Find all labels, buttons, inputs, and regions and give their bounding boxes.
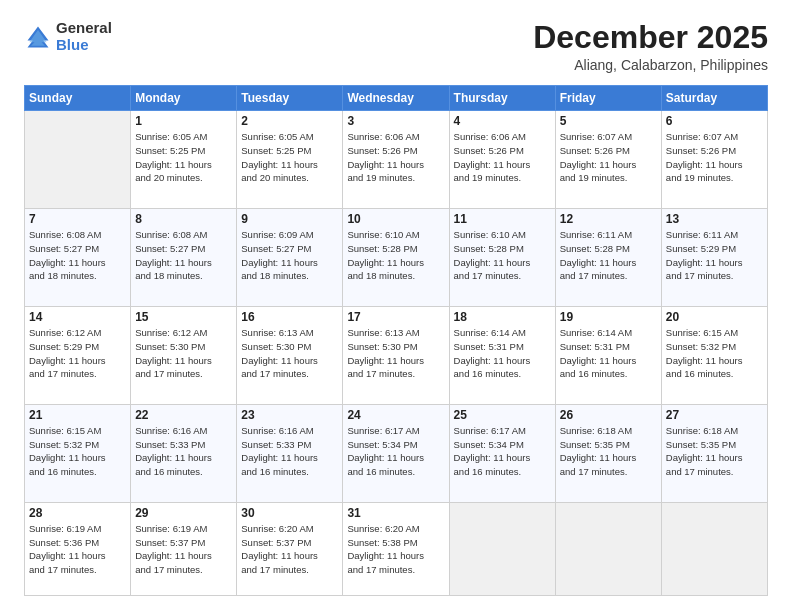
day-info: Sunrise: 6:19 AMSunset: 5:37 PMDaylight:… — [135, 522, 232, 577]
day-info: Sunrise: 6:14 AMSunset: 5:31 PMDaylight:… — [454, 326, 551, 381]
day-number: 6 — [666, 114, 763, 128]
day-info: Sunrise: 6:09 AMSunset: 5:27 PMDaylight:… — [241, 228, 338, 283]
day-number: 25 — [454, 408, 551, 422]
calendar-cell: 15Sunrise: 6:12 AMSunset: 5:30 PMDayligh… — [131, 306, 237, 404]
day-info: Sunrise: 6:06 AMSunset: 5:26 PMDaylight:… — [347, 130, 444, 185]
day-info: Sunrise: 6:19 AMSunset: 5:36 PMDaylight:… — [29, 522, 126, 577]
day-number: 19 — [560, 310, 657, 324]
weekday-header-sunday: Sunday — [25, 86, 131, 111]
day-number: 30 — [241, 506, 338, 520]
calendar-cell: 21Sunrise: 6:15 AMSunset: 5:32 PMDayligh… — [25, 404, 131, 502]
calendar-cell: 10Sunrise: 6:10 AMSunset: 5:28 PMDayligh… — [343, 209, 449, 307]
day-info: Sunrise: 6:15 AMSunset: 5:32 PMDaylight:… — [29, 424, 126, 479]
day-number: 18 — [454, 310, 551, 324]
logo-text: General Blue — [56, 20, 112, 53]
day-number: 8 — [135, 212, 232, 226]
calendar-cell: 17Sunrise: 6:13 AMSunset: 5:30 PMDayligh… — [343, 306, 449, 404]
day-number: 2 — [241, 114, 338, 128]
day-number: 1 — [135, 114, 232, 128]
calendar-cell — [449, 502, 555, 595]
day-info: Sunrise: 6:14 AMSunset: 5:31 PMDaylight:… — [560, 326, 657, 381]
day-info: Sunrise: 6:11 AMSunset: 5:29 PMDaylight:… — [666, 228, 763, 283]
calendar-cell: 13Sunrise: 6:11 AMSunset: 5:29 PMDayligh… — [661, 209, 767, 307]
calendar-cell: 6Sunrise: 6:07 AMSunset: 5:26 PMDaylight… — [661, 111, 767, 209]
calendar-table: SundayMondayTuesdayWednesdayThursdayFrid… — [24, 85, 768, 596]
calendar-week-row: 14Sunrise: 6:12 AMSunset: 5:29 PMDayligh… — [25, 306, 768, 404]
main-title: December 2025 — [533, 20, 768, 55]
day-number: 11 — [454, 212, 551, 226]
calendar-cell: 8Sunrise: 6:08 AMSunset: 5:27 PMDaylight… — [131, 209, 237, 307]
calendar-week-row: 7Sunrise: 6:08 AMSunset: 5:27 PMDaylight… — [25, 209, 768, 307]
day-number: 14 — [29, 310, 126, 324]
weekday-header-friday: Friday — [555, 86, 661, 111]
calendar-cell: 25Sunrise: 6:17 AMSunset: 5:34 PMDayligh… — [449, 404, 555, 502]
day-info: Sunrise: 6:05 AMSunset: 5:25 PMDaylight:… — [135, 130, 232, 185]
calendar-cell: 16Sunrise: 6:13 AMSunset: 5:30 PMDayligh… — [237, 306, 343, 404]
day-number: 28 — [29, 506, 126, 520]
day-info: Sunrise: 6:18 AMSunset: 5:35 PMDaylight:… — [560, 424, 657, 479]
day-number: 20 — [666, 310, 763, 324]
day-info: Sunrise: 6:07 AMSunset: 5:26 PMDaylight:… — [560, 130, 657, 185]
page: General Blue December 2025 Aliang, Calab… — [0, 0, 792, 612]
calendar-cell: 18Sunrise: 6:14 AMSunset: 5:31 PMDayligh… — [449, 306, 555, 404]
day-number: 10 — [347, 212, 444, 226]
title-block: December 2025 Aliang, Calabarzon, Philip… — [533, 20, 768, 73]
calendar-cell: 22Sunrise: 6:16 AMSunset: 5:33 PMDayligh… — [131, 404, 237, 502]
day-info: Sunrise: 6:17 AMSunset: 5:34 PMDaylight:… — [347, 424, 444, 479]
calendar-cell: 3Sunrise: 6:06 AMSunset: 5:26 PMDaylight… — [343, 111, 449, 209]
calendar-cell: 31Sunrise: 6:20 AMSunset: 5:38 PMDayligh… — [343, 502, 449, 595]
calendar-cell: 24Sunrise: 6:17 AMSunset: 5:34 PMDayligh… — [343, 404, 449, 502]
day-number: 9 — [241, 212, 338, 226]
logo-blue-label: Blue — [56, 37, 112, 54]
day-info: Sunrise: 6:15 AMSunset: 5:32 PMDaylight:… — [666, 326, 763, 381]
calendar-cell: 5Sunrise: 6:07 AMSunset: 5:26 PMDaylight… — [555, 111, 661, 209]
day-number: 7 — [29, 212, 126, 226]
day-info: Sunrise: 6:08 AMSunset: 5:27 PMDaylight:… — [29, 228, 126, 283]
logo-icon — [24, 23, 52, 51]
day-info: Sunrise: 6:16 AMSunset: 5:33 PMDaylight:… — [135, 424, 232, 479]
day-info: Sunrise: 6:12 AMSunset: 5:30 PMDaylight:… — [135, 326, 232, 381]
subtitle: Aliang, Calabarzon, Philippines — [533, 57, 768, 73]
day-number: 26 — [560, 408, 657, 422]
calendar-cell: 4Sunrise: 6:06 AMSunset: 5:26 PMDaylight… — [449, 111, 555, 209]
day-number: 3 — [347, 114, 444, 128]
calendar-cell: 12Sunrise: 6:11 AMSunset: 5:28 PMDayligh… — [555, 209, 661, 307]
calendar-cell: 29Sunrise: 6:19 AMSunset: 5:37 PMDayligh… — [131, 502, 237, 595]
calendar-cell: 7Sunrise: 6:08 AMSunset: 5:27 PMDaylight… — [25, 209, 131, 307]
calendar-cell: 9Sunrise: 6:09 AMSunset: 5:27 PMDaylight… — [237, 209, 343, 307]
calendar-cell: 14Sunrise: 6:12 AMSunset: 5:29 PMDayligh… — [25, 306, 131, 404]
weekday-header-thursday: Thursday — [449, 86, 555, 111]
logo: General Blue — [24, 20, 112, 53]
calendar-cell: 2Sunrise: 6:05 AMSunset: 5:25 PMDaylight… — [237, 111, 343, 209]
calendar-cell: 27Sunrise: 6:18 AMSunset: 5:35 PMDayligh… — [661, 404, 767, 502]
day-info: Sunrise: 6:20 AMSunset: 5:37 PMDaylight:… — [241, 522, 338, 577]
day-number: 17 — [347, 310, 444, 324]
day-info: Sunrise: 6:10 AMSunset: 5:28 PMDaylight:… — [347, 228, 444, 283]
day-info: Sunrise: 6:17 AMSunset: 5:34 PMDaylight:… — [454, 424, 551, 479]
weekday-header-saturday: Saturday — [661, 86, 767, 111]
day-number: 23 — [241, 408, 338, 422]
calendar-cell: 11Sunrise: 6:10 AMSunset: 5:28 PMDayligh… — [449, 209, 555, 307]
header: General Blue December 2025 Aliang, Calab… — [24, 20, 768, 73]
calendar-cell — [555, 502, 661, 595]
weekday-header-tuesday: Tuesday — [237, 86, 343, 111]
day-number: 5 — [560, 114, 657, 128]
logo-general-label: General — [56, 20, 112, 37]
calendar-week-row: 21Sunrise: 6:15 AMSunset: 5:32 PMDayligh… — [25, 404, 768, 502]
weekday-header-monday: Monday — [131, 86, 237, 111]
day-info: Sunrise: 6:10 AMSunset: 5:28 PMDaylight:… — [454, 228, 551, 283]
day-info: Sunrise: 6:18 AMSunset: 5:35 PMDaylight:… — [666, 424, 763, 479]
day-info: Sunrise: 6:12 AMSunset: 5:29 PMDaylight:… — [29, 326, 126, 381]
day-number: 15 — [135, 310, 232, 324]
day-info: Sunrise: 6:16 AMSunset: 5:33 PMDaylight:… — [241, 424, 338, 479]
calendar-cell: 1Sunrise: 6:05 AMSunset: 5:25 PMDaylight… — [131, 111, 237, 209]
day-number: 29 — [135, 506, 232, 520]
day-info: Sunrise: 6:08 AMSunset: 5:27 PMDaylight:… — [135, 228, 232, 283]
calendar-cell — [25, 111, 131, 209]
calendar-cell: 26Sunrise: 6:18 AMSunset: 5:35 PMDayligh… — [555, 404, 661, 502]
calendar-cell: 30Sunrise: 6:20 AMSunset: 5:37 PMDayligh… — [237, 502, 343, 595]
calendar-cell: 20Sunrise: 6:15 AMSunset: 5:32 PMDayligh… — [661, 306, 767, 404]
day-info: Sunrise: 6:11 AMSunset: 5:28 PMDaylight:… — [560, 228, 657, 283]
day-number: 24 — [347, 408, 444, 422]
day-info: Sunrise: 6:13 AMSunset: 5:30 PMDaylight:… — [347, 326, 444, 381]
